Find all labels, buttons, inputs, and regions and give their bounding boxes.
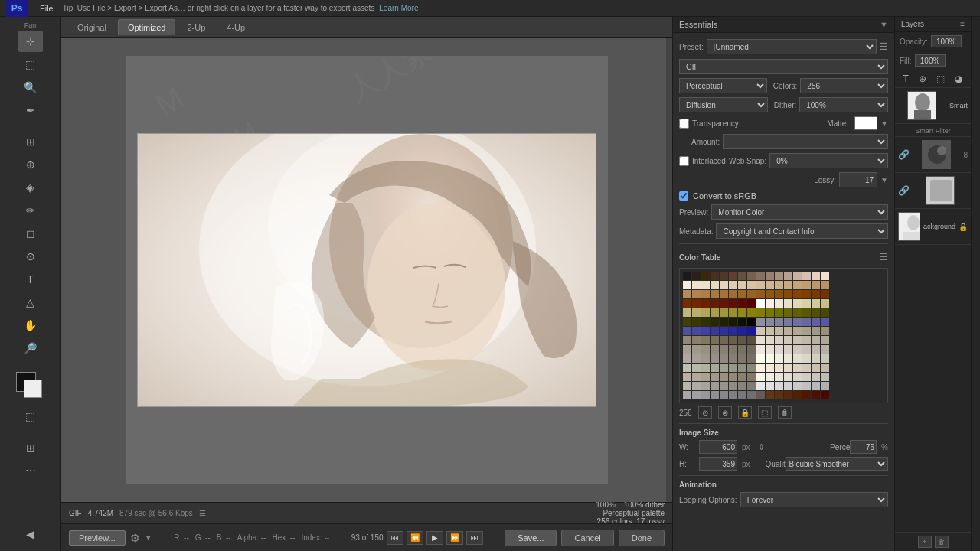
matte-dropdown[interactable]: ▼	[880, 119, 888, 128]
color-cell[interactable]	[793, 354, 802, 363]
zoom-tool[interactable]: 🔍	[18, 77, 43, 98]
color-cell[interactable]	[692, 364, 701, 372]
color-cell[interactable]	[756, 382, 765, 390]
color-cell[interactable]	[812, 299, 820, 308]
color-cell[interactable]	[775, 318, 783, 326]
color-cell[interactable]	[812, 382, 820, 390]
color-cell[interactable]	[812, 318, 820, 326]
color-cell[interactable]	[784, 364, 792, 372]
color-cell[interactable]	[720, 391, 728, 399]
color-cell[interactable]	[720, 345, 728, 354]
color-cell[interactable]	[692, 290, 701, 298]
color-cell[interactable]	[738, 336, 746, 344]
colors-select[interactable]: 256	[800, 78, 888, 93]
color-cell[interactable]	[775, 336, 783, 344]
color-cell[interactable]	[802, 327, 811, 335]
color-cell[interactable]	[692, 318, 701, 326]
looping-select[interactable]: Forever	[740, 492, 888, 507]
color-cell[interactable]	[793, 364, 802, 372]
color-cell[interactable]	[747, 299, 756, 308]
color-cell[interactable]	[701, 345, 710, 354]
color-cell[interactable]	[802, 391, 811, 399]
color-cell[interactable]	[784, 281, 792, 289]
color-cell[interactable]	[766, 327, 774, 335]
color-cell[interactable]	[692, 272, 701, 280]
color-cell[interactable]	[738, 391, 746, 399]
color-cell[interactable]	[766, 345, 774, 354]
layer-item-3[interactable]: 🔗	[895, 173, 971, 209]
color-cell[interactable]	[710, 327, 719, 335]
color-cell[interactable]	[793, 308, 802, 317]
del-layer-btn[interactable]: 🗑	[935, 536, 949, 548]
ct-lock[interactable]: 🔒	[738, 406, 752, 419]
color-cell[interactable]	[738, 354, 746, 363]
color-cell[interactable]	[775, 364, 783, 372]
cancel-button[interactable]: Cancel	[561, 530, 613, 546]
ct-trash[interactable]: 🗑	[778, 406, 792, 419]
color-cell[interactable]	[821, 318, 829, 326]
extra-tool1[interactable]: ⬚	[18, 406, 43, 427]
type-tool[interactable]: T	[18, 269, 43, 290]
color-cell[interactable]	[784, 345, 792, 354]
color-cell[interactable]	[747, 272, 756, 280]
anim-play[interactable]: ▶	[426, 531, 443, 545]
color-cell[interactable]	[747, 373, 756, 381]
color-cell[interactable]	[793, 318, 802, 326]
color-cell[interactable]	[775, 308, 783, 317]
color-cell[interactable]	[701, 364, 710, 372]
color-cell[interactable]	[747, 327, 756, 335]
color-cell[interactable]	[738, 345, 746, 354]
anim-next[interactable]: ⏩	[446, 531, 463, 545]
color-cell[interactable]	[729, 299, 737, 308]
color-cell[interactable]	[738, 373, 746, 381]
color-cell[interactable]	[747, 391, 756, 399]
color-cell[interactable]	[821, 364, 829, 372]
ct-del[interactable]: ⊗	[718, 406, 732, 419]
layers-menu[interactable]: ≡	[960, 20, 965, 28]
perceptual-select[interactable]: Perceptual	[679, 78, 767, 93]
color-cell[interactable]	[701, 272, 710, 280]
color-cell[interactable]	[720, 318, 728, 326]
color-cell[interactable]	[720, 290, 728, 298]
color-cell[interactable]	[802, 299, 811, 308]
color-cell[interactable]	[683, 373, 691, 381]
color-cell[interactable]	[775, 354, 783, 363]
learn-more-link[interactable]: Learn More	[379, 4, 418, 12]
color-cell[interactable]	[766, 318, 774, 326]
color-cell[interactable]	[802, 382, 811, 390]
color-cell[interactable]	[812, 272, 820, 280]
color-cell[interactable]	[793, 281, 802, 289]
color-cell[interactable]	[692, 327, 701, 335]
color-cell[interactable]	[683, 290, 691, 298]
color-cell[interactable]	[821, 382, 829, 390]
color-cell[interactable]	[802, 290, 811, 298]
color-cell[interactable]	[729, 336, 737, 344]
color-cell[interactable]	[701, 391, 710, 399]
color-cell[interactable]	[766, 299, 774, 308]
width-input[interactable]	[699, 440, 737, 454]
color-cell[interactable]	[812, 354, 820, 363]
color-cell[interactable]	[729, 364, 737, 372]
color-cell[interactable]	[720, 382, 728, 390]
color-cell[interactable]	[729, 272, 737, 280]
color-cell[interactable]	[729, 290, 737, 298]
diffusion-select[interactable]: Diffusion	[679, 97, 768, 112]
color-cell[interactable]	[747, 308, 756, 317]
color-cell[interactable]	[720, 364, 728, 372]
color-cell[interactable]	[812, 327, 820, 335]
color-cell[interactable]	[766, 272, 774, 280]
color-cell[interactable]	[710, 290, 719, 298]
color-cell[interactable]	[766, 336, 774, 344]
color-cell[interactable]	[784, 272, 792, 280]
color-cell[interactable]	[821, 373, 829, 381]
color-cell[interactable]	[812, 364, 820, 372]
color-cell[interactable]	[738, 318, 746, 326]
color-cell[interactable]	[821, 345, 829, 354]
color-cell[interactable]	[747, 354, 756, 363]
color-cell[interactable]	[729, 308, 737, 317]
color-cell[interactable]	[683, 299, 691, 308]
tab-2up[interactable]: 2-Up	[177, 19, 215, 35]
color-cell[interactable]	[756, 299, 765, 308]
color-cell[interactable]	[812, 391, 820, 399]
color-cell[interactable]	[802, 364, 811, 372]
